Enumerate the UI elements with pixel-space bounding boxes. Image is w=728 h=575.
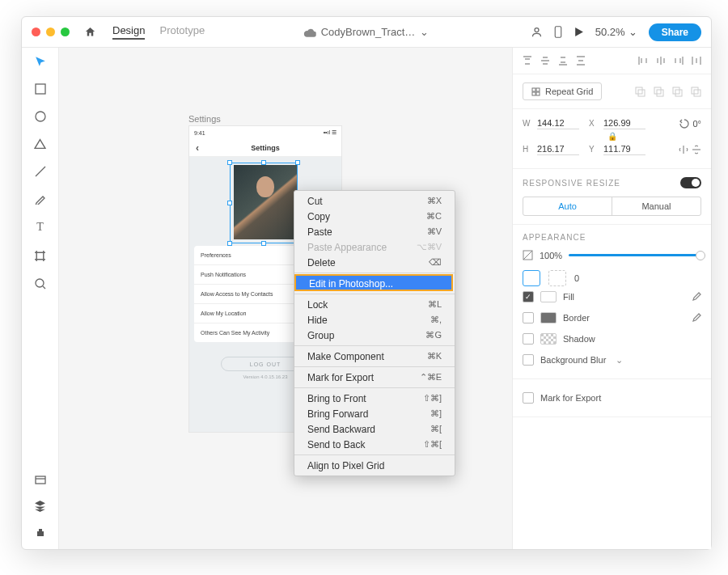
zoom-dropdown[interactable]: 50.2% ⌄ (595, 26, 637, 38)
tab-prototype[interactable]: Prototype (159, 24, 205, 40)
shadow-swatch[interactable] (540, 333, 557, 345)
back-icon: ‹ (196, 142, 199, 154)
blur-checkbox[interactable] (523, 354, 534, 366)
repeat-grid-button[interactable]: Repeat Grid (523, 82, 602, 100)
menu-item[interactable]: Cut⌘X (294, 193, 455, 209)
select-tool-icon[interactable] (35, 56, 46, 67)
cloud-icon (304, 27, 316, 37)
play-icon[interactable] (574, 27, 584, 37)
appearance-section: APPEARANCE 100% 0 ✓ Fill (513, 225, 711, 379)
align-h-group[interactable] (638, 56, 701, 66)
polygon-tool-icon[interactable] (34, 138, 46, 150)
plugins-icon[interactable] (35, 526, 46, 538)
width-input[interactable]: 144.12 (537, 117, 579, 129)
responsive-toggle[interactable] (680, 177, 701, 188)
rotation-input[interactable]: 0° (679, 119, 701, 129)
menu-item[interactable]: Bring to Front⇧⌘] (294, 391, 455, 406)
app-window: Design Prototype CodyBrown_Tract… ⌄ 50.2… (21, 16, 712, 550)
ellipse-tool-icon[interactable] (35, 111, 46, 122)
chevron-down-icon[interactable]: ⌄ (616, 355, 623, 366)
layers-icon[interactable] (34, 500, 46, 512)
svg-point-0 (535, 28, 539, 32)
selection-outline[interactable] (230, 163, 298, 243)
rectangle-tool-icon[interactable] (35, 83, 46, 95)
flip-h-icon[interactable] (679, 145, 688, 154)
svg-rect-14 (673, 87, 679, 94)
menu-item[interactable]: Hide⌘, (294, 312, 455, 328)
zoom-value: 50.2% (595, 26, 625, 38)
bgblur-label: Background Blur (540, 355, 606, 365)
menu-item[interactable]: Delete⌫ (294, 255, 455, 270)
shadow-label: Shadow (563, 334, 595, 344)
eyedropper-icon[interactable] (692, 292, 701, 302)
header-right: 50.2% ⌄ Share (531, 23, 701, 41)
menu-item[interactable]: Make Component⌘K (294, 349, 455, 364)
auto-option[interactable]: Auto (523, 197, 612, 215)
export-label: Mark for Export (540, 393, 601, 403)
menu-item[interactable]: Paste⌘V (294, 224, 455, 239)
text-tool-icon[interactable]: T (36, 221, 44, 234)
eyedropper-icon[interactable] (692, 313, 701, 323)
responsive-section: RESPONSIVE RESIZE Auto Manual (513, 169, 711, 225)
zoom-tool-icon[interactable] (35, 278, 46, 290)
line-tool-icon[interactable] (35, 166, 46, 177)
resize-mode-segment[interactable]: Auto Manual (523, 197, 701, 216)
corner-value[interactable]: 0 (574, 273, 579, 283)
svg-rect-9 (536, 92, 540, 95)
appearance-label: APPEARANCE (523, 233, 701, 242)
border-swatch[interactable] (540, 312, 557, 323)
menu-item[interactable]: Align to Pixel Grid (294, 458, 455, 473)
menu-item[interactable]: Send Backward⌘[ (294, 421, 455, 437)
doc-name: CodyBrown_Tract… (321, 26, 416, 38)
fill-swatch[interactable] (540, 291, 557, 302)
document-title[interactable]: CodyBrown_Tract… ⌄ (304, 26, 430, 38)
boolean-ops[interactable] (635, 87, 701, 97)
menu-item[interactable]: Group⌘G (294, 328, 455, 343)
menu-item[interactable]: Bring Forward⌘] (294, 406, 455, 421)
corner-all-button[interactable] (523, 270, 540, 286)
y-input[interactable]: 111.79 (603, 143, 645, 155)
profile-icon[interactable] (531, 26, 543, 38)
x-input[interactable]: 126.99 (603, 117, 645, 129)
svg-point-3 (36, 112, 45, 121)
menu-item[interactable]: Mark for Export⌃⌘E (294, 370, 455, 385)
svg-rect-17 (694, 90, 700, 96)
align-v-group[interactable] (523, 56, 586, 66)
home-icon[interactable] (84, 26, 96, 38)
chevron-down-icon: ⌄ (420, 26, 429, 38)
height-input[interactable]: 216.17 (537, 143, 579, 155)
export-checkbox[interactable] (523, 392, 534, 404)
shadow-checkbox[interactable] (523, 333, 534, 345)
align-section (513, 48, 711, 74)
canvas[interactable]: Settings 9:41 ••ıl ☰ ‹ Settings Preferen… (59, 48, 512, 549)
svg-rect-1 (555, 27, 561, 38)
menu-item[interactable]: Copy⌘C (294, 209, 455, 224)
lock-aspect-icon[interactable]: 🔒 (523, 132, 701, 141)
assets-icon[interactable] (35, 474, 46, 485)
flip-v-icon[interactable] (692, 145, 701, 154)
corner-individual-button[interactable] (548, 270, 566, 286)
tab-design[interactable]: Design (112, 24, 145, 40)
maximize-icon[interactable] (61, 27, 70, 36)
svg-point-4 (36, 279, 44, 287)
minimize-icon[interactable] (46, 27, 55, 36)
svg-rect-11 (638, 90, 645, 96)
pen-tool-icon[interactable] (35, 193, 46, 205)
share-button[interactable]: Share (649, 23, 701, 41)
manual-option[interactable]: Manual (612, 197, 700, 215)
opacity-slider[interactable] (569, 254, 701, 256)
artboard-label[interactable]: Settings (188, 114, 221, 124)
border-checkbox[interactable] (523, 312, 534, 323)
close-icon[interactable] (32, 27, 40, 36)
artboard-tool-icon[interactable] (34, 250, 46, 262)
mock-title: Settings (251, 144, 280, 152)
properties-panel: Repeat Grid W144.12 X126.99 0° (512, 48, 711, 549)
device-icon[interactable] (554, 26, 562, 38)
opacity-value[interactable]: 100% (540, 251, 562, 260)
svg-rect-6 (532, 88, 535, 91)
menu-item[interactable]: Lock⌘L (294, 297, 455, 312)
left-toolbar: T (22, 48, 59, 549)
menu-item[interactable]: Edit in Photoshop... (296, 276, 453, 291)
fill-checkbox[interactable]: ✓ (523, 291, 534, 302)
menu-item[interactable]: Send to Back⇧⌘[ (294, 437, 455, 452)
